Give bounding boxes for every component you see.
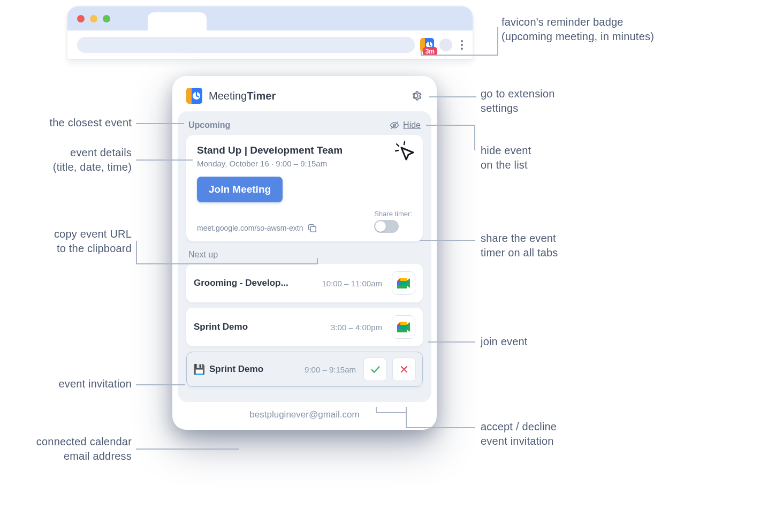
event-invitation: 💾 Sprint Demo 9:00 – 9:15am (186, 352, 423, 387)
cursor-click-icon (394, 140, 416, 165)
svg-rect-14 (400, 325, 407, 329)
annotation: go to extension settings (481, 87, 555, 116)
upcoming-label: Upcoming (188, 120, 230, 130)
browser-menu-icon[interactable] (458, 38, 466, 52)
svg-rect-13 (400, 322, 407, 325)
event-time: 9:00 – 9:15am (305, 365, 356, 374)
connected-email: bestpluginever@gmail.com (172, 402, 437, 420)
list-item: Grooming - Develop... 10:00 – 11:00am (186, 264, 423, 302)
window-close-dot[interactable] (77, 15, 85, 22)
join-event-button[interactable] (392, 271, 415, 295)
browser-window: 3m (67, 6, 473, 59)
save-disk-icon: 💾 (193, 363, 205, 375)
app-title: MeetingTimer (209, 90, 276, 102)
browser-tab[interactable] (148, 12, 207, 31)
list-item: Sprint Demo 3:00 – 4:00pm (186, 308, 423, 346)
next-up-label: Next up (186, 241, 423, 264)
google-meet-icon (397, 277, 411, 289)
annotation: copy event URL to the clipboard (32, 227, 132, 256)
svg-rect-10 (397, 325, 400, 329)
google-meet-icon (397, 321, 411, 333)
app-logo: MeetingTimer (186, 88, 276, 104)
join-event-button[interactable] (392, 315, 415, 339)
extension-popup: MeetingTimer Upcoming Hide (172, 76, 437, 430)
extension-favicon[interactable]: 3m (420, 38, 434, 52)
svg-rect-5 (397, 281, 400, 285)
event-time: 3:00 – 4:00pm (331, 323, 382, 332)
x-icon (399, 364, 409, 375)
event-title: Grooming - Develop... (194, 278, 288, 288)
gear-icon (409, 89, 422, 102)
event-title: Sprint Demo (209, 364, 263, 375)
settings-button[interactable] (409, 89, 423, 103)
svg-rect-11 (397, 329, 400, 332)
svg-rect-9 (400, 281, 407, 285)
upcoming-event-card: Stand Up | Development Team Monday, Octo… (186, 135, 423, 241)
window-maximize-dot[interactable] (103, 15, 110, 22)
event-title: Sprint Demo (194, 322, 248, 332)
annotation: event details (title, date, time) (35, 146, 132, 174)
event-subtitle: Monday, October 16 · 9:00 – 9:15am (197, 159, 412, 168)
annotation: join event (481, 335, 528, 349)
annotation: connected calendar email address (0, 435, 132, 463)
event-title: Stand Up | Development Team (197, 145, 412, 156)
annotation: hide event on the list (481, 143, 531, 172)
hide-event-button[interactable]: Hide (389, 120, 421, 131)
svg-rect-12 (400, 329, 407, 332)
clock-icon (186, 88, 202, 104)
svg-rect-4 (311, 226, 316, 232)
event-url: meet.google.com/so-awsm-extn (197, 224, 303, 232)
join-meeting-button[interactable]: Join Meeting (197, 177, 283, 202)
decline-invite-button[interactable] (392, 358, 416, 381)
url-bar[interactable] (77, 37, 415, 53)
svg-rect-7 (400, 285, 407, 288)
share-timer-toggle[interactable] (374, 220, 399, 233)
annotation: favicon's reminder badge (upcoming meeti… (501, 15, 654, 44)
annotation: accept / decline event invitation (481, 420, 557, 449)
copy-icon[interactable] (307, 223, 317, 233)
svg-rect-6 (397, 285, 400, 288)
event-time: 10:00 – 11:00am (322, 279, 382, 288)
browser-toolbar: 3m (67, 31, 473, 59)
accept-invite-button[interactable] (363, 358, 387, 381)
share-timer-label: Share timer: (374, 210, 412, 218)
annotation: the closest event (41, 116, 132, 130)
svg-rect-8 (400, 278, 407, 282)
profile-avatar[interactable] (439, 39, 452, 51)
eye-off-icon (389, 120, 400, 131)
annotation: share the event timer on all tabs (481, 231, 558, 260)
annotation: event invitation (39, 377, 132, 391)
check-icon (369, 363, 381, 375)
hide-label: Hide (403, 120, 421, 130)
browser-tabbar (67, 6, 473, 31)
window-minimize-dot[interactable] (90, 15, 97, 22)
